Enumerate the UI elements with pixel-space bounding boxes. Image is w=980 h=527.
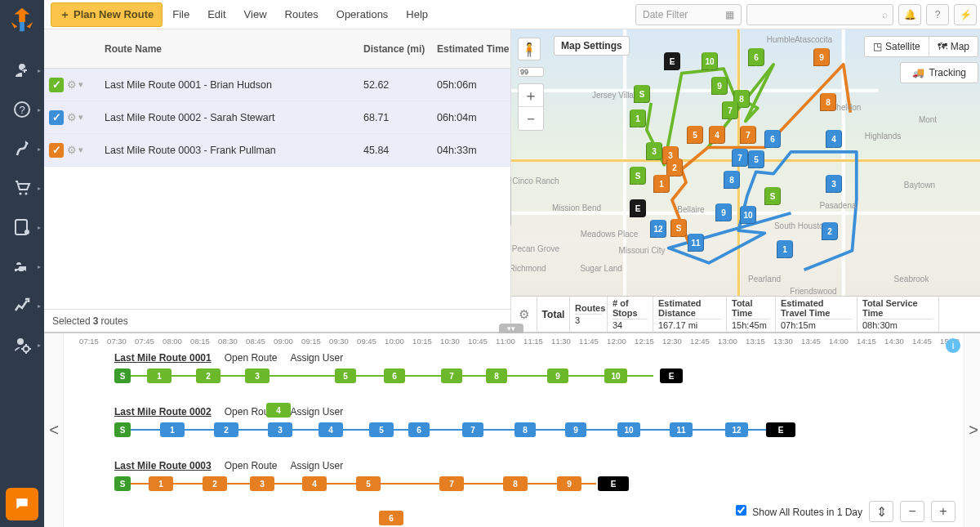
nav-user-settings[interactable]: ▸ bbox=[0, 325, 44, 364]
help-button[interactable]: ? bbox=[926, 4, 949, 25]
timeline-stop[interactable]: 3 bbox=[250, 476, 274, 491]
zoom-out-button[interactable]: － bbox=[519, 107, 543, 130]
route-gear[interactable]: ⚙▾ bbox=[67, 111, 98, 123]
map-marker[interactable]: 3 bbox=[646, 142, 662, 160]
col-distance[interactable]: Distance (mi) bbox=[363, 43, 437, 55]
timeline-stop[interactable]: 5 bbox=[335, 368, 356, 383]
nav-add-user[interactable]: ▸ bbox=[0, 51, 44, 90]
timeline-stop[interactable]: 4 bbox=[302, 476, 327, 491]
map-pane[interactable]: Jersey VillageCinco RanchMission BendMea… bbox=[511, 29, 980, 332]
map-marker[interactable]: 1 bbox=[777, 240, 793, 258]
map-marker[interactable]: S bbox=[634, 85, 650, 103]
timeline-stop[interactable]: 2 bbox=[196, 368, 220, 383]
search-input[interactable] bbox=[752, 9, 882, 20]
map-marker[interactable]: 7 bbox=[740, 126, 756, 144]
menu-view[interactable]: View bbox=[244, 8, 267, 20]
map-marker[interactable]: 10 bbox=[740, 206, 756, 224]
map-marker[interactable]: 1 bbox=[630, 109, 646, 127]
timeline-stop[interactable]: 5 bbox=[356, 476, 381, 491]
timeline-info[interactable]: i bbox=[946, 338, 960, 353]
satellite-toggle[interactable]: ◳Satellite bbox=[865, 37, 929, 56]
map-marker[interactable]: 5 bbox=[748, 150, 764, 168]
timeline-stop[interactable]: 6 bbox=[408, 422, 430, 437]
timeline-stop[interactable]: 1 bbox=[147, 368, 172, 383]
map-marker[interactable]: 3 bbox=[826, 175, 842, 193]
nav-cart[interactable]: ▸ bbox=[0, 168, 44, 208]
timeline-stop[interactable]: 1 bbox=[160, 422, 185, 437]
timeline-end-marker[interactable]: E bbox=[660, 368, 683, 383]
timeline-stop[interactable]: 12 bbox=[725, 422, 748, 437]
nav-route-up[interactable]: ▸ bbox=[0, 129, 44, 168]
assign-user-link[interactable]: Assign User bbox=[290, 406, 343, 418]
chat-button[interactable] bbox=[6, 488, 38, 520]
menu-help[interactable]: Help bbox=[406, 8, 428, 20]
timeline-stop[interactable]: 11 bbox=[670, 422, 693, 437]
map-marker[interactable]: 6 bbox=[764, 130, 781, 148]
timeline-stop[interactable]: 1 bbox=[149, 476, 173, 491]
route-gear[interactable]: ⚙▾ bbox=[67, 144, 98, 156]
timeline-zoom-out[interactable]: − bbox=[900, 501, 924, 522]
route-checkbox[interactable]: ✓ bbox=[49, 78, 64, 92]
timeline-stop[interactable]: 9 bbox=[557, 476, 581, 491]
timeline-stop[interactable]: 2 bbox=[203, 476, 227, 491]
timeline-stop[interactable]: 8 bbox=[486, 368, 507, 383]
timeline-stop[interactable]: 5 bbox=[369, 422, 394, 437]
map-settings-button[interactable]: Map Settings bbox=[554, 36, 630, 56]
timeline-stop[interactable]: 4 bbox=[318, 422, 343, 437]
timeline-next[interactable]: > bbox=[964, 333, 980, 527]
timeline-route-name[interactable]: Last Mile Route 0002 bbox=[114, 406, 212, 418]
open-route-link[interactable]: Open Route bbox=[225, 460, 278, 471]
map-marker[interactable]: 11 bbox=[688, 234, 704, 252]
timeline-stop[interactable]: 8 bbox=[514, 422, 536, 437]
timeline-stop[interactable]: 3 bbox=[245, 368, 270, 383]
timeline-stop[interactable]: 6 bbox=[379, 511, 403, 525]
assign-user-link[interactable]: Assign User bbox=[290, 352, 343, 364]
timeline-start-marker[interactable]: S bbox=[114, 422, 131, 437]
plan-new-route-button[interactable]: ＋Plan New Route bbox=[51, 2, 163, 27]
timeline-start-marker[interactable]: S bbox=[114, 476, 131, 491]
tracking-button[interactable]: 🚚Tracking bbox=[900, 62, 978, 83]
map-marker[interactable]: 8 bbox=[820, 93, 836, 111]
timeline-stop[interactable]: 9 bbox=[547, 368, 568, 383]
map-toggle[interactable]: 🗺Map bbox=[929, 37, 978, 56]
show-all-routes-toggle[interactable]: Show All Routes in 1 Day bbox=[736, 505, 862, 518]
map-marker[interactable]: 6 bbox=[748, 48, 764, 66]
map-marker[interactable]: 9 bbox=[715, 203, 732, 221]
timeline-stop[interactable]: 7 bbox=[439, 476, 464, 491]
route-gear[interactable]: ⚙▾ bbox=[67, 78, 98, 91]
map-marker[interactable]: 12 bbox=[650, 220, 666, 238]
map-marker[interactable]: 8 bbox=[724, 171, 740, 189]
search-box[interactable]: ⌕ bbox=[746, 4, 893, 25]
collapse-timeline-handle[interactable]: ▾▾ bbox=[499, 324, 523, 333]
map-marker[interactable]: 9 bbox=[813, 48, 830, 66]
col-route-name[interactable]: Route Name bbox=[98, 43, 363, 55]
timeline-expand-height[interactable]: ⇕ bbox=[869, 501, 893, 522]
map-marker[interactable]: 10 bbox=[702, 52, 718, 70]
map-marker[interactable]: 4 bbox=[826, 130, 842, 148]
timeline-zoom-in[interactable]: + bbox=[931, 501, 956, 522]
timeline-prev[interactable]: < bbox=[44, 333, 64, 527]
route-checkbox[interactable]: ✓ bbox=[49, 143, 64, 158]
route-row[interactable]: ✓ ⚙▾ Last Mile Route 0001 - Brian Hudson… bbox=[44, 69, 510, 101]
timeline-stop[interactable]: 6 bbox=[384, 368, 405, 383]
map-marker[interactable]: 1 bbox=[653, 175, 670, 193]
map-marker[interactable]: E bbox=[630, 199, 646, 217]
nav-help[interactable]: ?▸ bbox=[0, 90, 44, 129]
map-marker[interactable]: 7 bbox=[732, 149, 748, 167]
menu-operations[interactable]: Operations bbox=[336, 8, 389, 20]
timeline-start-marker[interactable]: S bbox=[114, 368, 131, 383]
nav-analytics[interactable]: ▸ bbox=[0, 286, 44, 325]
timeline-stop[interactable]: 8 bbox=[503, 476, 528, 491]
open-route-link[interactable]: Open Route bbox=[225, 352, 278, 364]
timeline-route-name[interactable]: Last Mile Route 0003 bbox=[114, 460, 212, 471]
col-est-time[interactable]: Estimated Time bbox=[437, 43, 510, 55]
map-marker[interactable]: 4 bbox=[709, 126, 725, 144]
map-marker[interactable]: S bbox=[670, 219, 687, 237]
timeline-stop[interactable]: 10 bbox=[604, 368, 627, 383]
timeline-stop[interactable]: 10 bbox=[617, 422, 640, 437]
map-marker[interactable]: E bbox=[664, 52, 680, 70]
timeline-stop[interactable]: 7 bbox=[441, 368, 462, 383]
zoom-in-button[interactable]: ＋ bbox=[519, 84, 543, 107]
timeline-stop[interactable]: 2 bbox=[214, 422, 238, 437]
menu-file[interactable]: File bbox=[172, 8, 189, 20]
